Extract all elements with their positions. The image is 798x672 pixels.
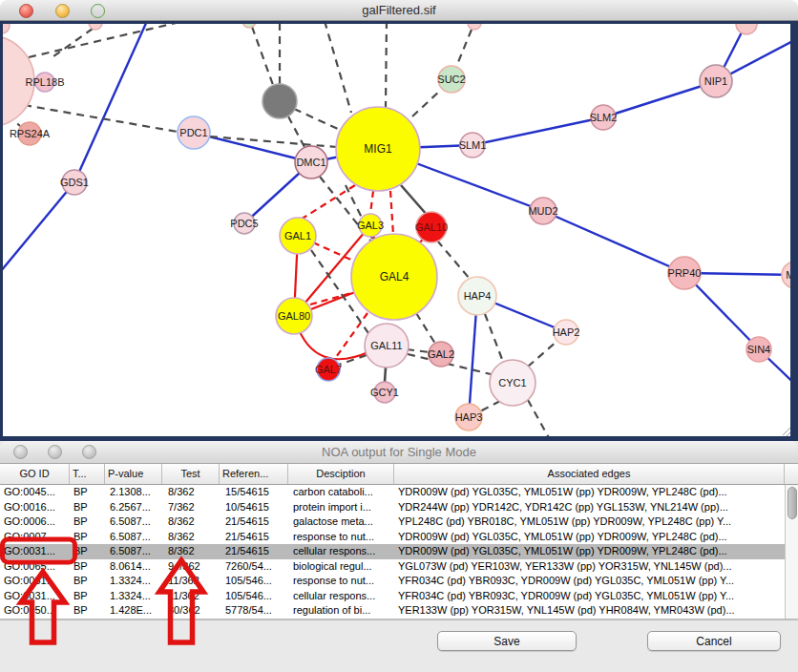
cell[interactable]: BP [70,485,105,500]
node-sliver-a[interactable] [0,21,10,33]
cell[interactable]: BP [70,559,105,575]
cell[interactable]: response to nut... [288,530,394,545]
edge-dark[interactable] [385,368,386,382]
cancel-button[interactable]: Cancel [647,631,781,651]
table-scrollbar[interactable] [785,485,798,619]
cell[interactable]: 7/362 [162,500,220,515]
table-row[interactable]: GO:0016...BP6.2567...7/36210/54615protei… [0,500,785,515]
node-SIN4[interactable]: SIN4 [746,337,771,362]
node-circle-sliver-a[interactable] [0,21,10,33]
edge-blue[interactable] [543,211,684,273]
node-PRP40[interactable]: PRP40 [668,257,702,289]
table-row[interactable]: GO:0006...BP6.5087...8/36221/54615galact… [0,514,785,530]
edge-gray-dash[interactable] [485,314,503,362]
node-GCY1[interactable]: GCY1 [370,382,399,403]
node-MIG1[interactable]: MIG1 [336,107,420,191]
node-HAP2[interactable]: HAP2 [553,320,580,345]
cell[interactable]: BP [70,544,105,559]
edge-gray-dash[interactable] [294,109,340,130]
cell[interactable]: 15/54615 [220,485,288,500]
table-row[interactable]: GO:0065...BP8.0614...94/3627260/54...bio… [0,559,785,575]
node-sliver-tr[interactable] [736,21,757,34]
cell[interactable]: GO:0050... [0,603,70,619]
edge-blue[interactable] [472,117,603,145]
cell[interactable]: GO:0031... [0,544,70,559]
node-CYC1[interactable]: CYC1 [490,360,536,406]
edge-gray-dash[interactable] [480,401,500,411]
column-header-test[interactable]: Test [162,464,220,484]
edge-gray-dash[interactable] [252,27,273,85]
cell[interactable]: 6.2567... [105,500,162,515]
node-SUC2[interactable]: SUC2 [437,66,465,93]
node-circle-gray-node[interactable] [262,84,297,118]
cell[interactable]: 1.428E... [105,603,162,619]
cell[interactable]: galactose meta... [288,514,394,530]
node-circle-sliver-b[interactable] [89,21,102,30]
cell[interactable]: GO:0006... [0,514,70,530]
cell[interactable]: YFR034C (pd) YBR093C, YDR009W (pd) YGL03… [394,574,785,589]
node-GAL2[interactable]: GAL2 [428,342,454,367]
cell[interactable]: YPL248C (pd) YBR018C, YML051W (pp) YDR00… [394,514,785,530]
edge-gray-dash[interactable] [456,30,472,67]
resize-grip[interactable] [790,432,795,437]
column-header-t-[interactable]: T... [70,464,105,484]
cell[interactable]: BP [70,500,105,515]
edge-gray-dash[interactable] [437,241,470,279]
cell[interactable]: 5778/54... [220,603,288,619]
node-circle-sliver-c[interactable] [468,21,481,30]
network-window-titlebar[interactable]: galFiltered.sif [0,0,798,21]
cell[interactable]: 10/54615 [220,500,288,515]
cell[interactable]: YDR009W (pd) YGL035C, YML051W (pp) YDR00… [394,485,785,500]
node-GAL10[interactable]: GAL10 [415,212,448,242]
node-PDC5[interactable]: PDC5 [230,213,258,234]
node-DMC1[interactable]: DMC1 [295,146,327,178]
column-header-associated-edges[interactable]: Associated edges [394,464,785,484]
cell[interactable]: 7260/54... [220,559,288,575]
table-row[interactable]: GO:0031...BP6.5087...8/36221/54615cellul… [0,544,785,559]
cell[interactable]: GO:0031... [0,589,70,604]
cell[interactable]: BP [70,589,105,604]
cell[interactable]: 21/54615 [220,530,288,545]
node-GAL7[interactable]: GAL7 [315,358,342,381]
cell[interactable]: YGL073W (pd) YER103W, YER133W (pp) YOR31… [394,559,785,575]
save-button[interactable]: Save [437,631,577,651]
cell[interactable]: BP [70,514,105,530]
cell[interactable]: GO:0007... [0,530,70,545]
edge-gray-dash[interactable] [528,341,557,367]
cell[interactable]: 8/362 [162,544,220,559]
column-header-go-id[interactable]: GO ID [0,464,70,484]
node-GAL4[interactable]: GAL4 [351,234,437,320]
edge-gray-dash[interactable] [416,313,435,344]
cell[interactable]: 8/362 [162,485,220,500]
node-HAP3[interactable]: HAP3 [455,404,483,430]
edge-gray-dash[interactable] [412,90,441,116]
cell[interactable]: BP [70,530,105,545]
node-MSI[interactable]: MSI [782,262,798,288]
column-header-referen-[interactable]: Referen... [220,464,288,484]
resize-grip[interactable] [783,425,793,435]
cell[interactable]: 8/362 [162,514,220,530]
column-header-p-value[interactable]: P-value [105,464,162,484]
cell[interactable]: 6.5087... [105,514,162,530]
cell[interactable]: carbon cataboli... [288,485,394,500]
node-sliver-green[interactable] [242,21,256,28]
cell[interactable]: 21/54615 [220,544,288,559]
edge-dark[interactable] [401,185,428,216]
cell[interactable]: 1.3324... [105,589,162,604]
cell[interactable]: cellular respons... [288,544,394,559]
node-sliver-b[interactable] [89,21,102,30]
cell[interactable]: YFR034C (pd) YBR093C, YDR009W (pd) YGL03… [394,589,785,604]
cell[interactable]: biological regul... [288,559,394,575]
node-SLM2[interactable]: SLM2 [590,105,618,130]
edge-gray-dash[interactable] [407,349,430,352]
column-header-desciption[interactable]: Desciption [288,464,394,484]
node-GAL1[interactable]: GAL1 [280,218,316,254]
node-RPS24A[interactable]: RPS24A [10,122,51,145]
cell[interactable]: response to nut... [288,574,394,589]
cell[interactable]: 11/362 [162,574,220,589]
table-row[interactable]: GO:0050...BP1.428E...80/3625778/54...reg… [0,603,785,619]
cell[interactable]: 11/362 [162,589,220,604]
node-gray-node[interactable] [262,84,297,118]
edge-red-dash[interactable] [301,185,355,220]
cell[interactable]: 105/546... [220,574,288,589]
